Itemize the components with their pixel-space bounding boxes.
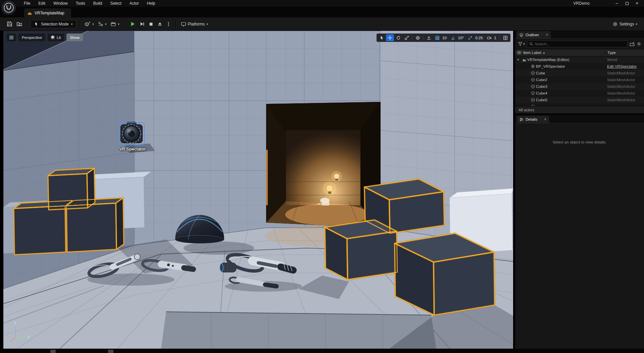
play-button[interactable] [128,20,138,28]
content-drawer-icon[interactable] [50,350,56,353]
camera-speed-value[interactable]: 1 [494,36,498,40]
tab-vrtemplatemap[interactable]: VRTemplateMap [24,8,71,17]
details-tab[interactable]: Details × [516,116,549,123]
stop-button[interactable] [147,20,155,28]
close-icon[interactable]: × [544,117,546,122]
menu-window[interactable]: Window [50,0,71,6]
world-space-toggle[interactable] [414,34,422,41]
outliner-title: Outliner [526,33,539,37]
outliner-filter-button[interactable]: ▾ [518,42,525,46]
select-arrow-icon [380,36,384,40]
rotate-tool-button[interactable] [394,34,402,41]
close-button[interactable]: × [632,0,642,7]
vr-spectator-gizmo[interactable] [119,122,144,145]
grid-snap-value[interactable]: 10 [442,36,449,40]
cinematics-button[interactable]: ▾ [108,20,121,28]
type-column[interactable]: Type [605,51,644,55]
surface-snap-icon [427,36,431,40]
grid-snap-toggle[interactable] [433,34,441,41]
cursor-icon [34,22,39,26]
outliner-row-cube3[interactable]: Cube3 StaticMeshActor [515,83,644,90]
outliner-tab[interactable]: Outliner × [516,31,551,39]
blueprints-button[interactable]: ▾ [96,20,109,28]
menu-edit[interactable]: Edit [35,0,49,6]
edit-vrspectator-link[interactable]: Edit VRSpectator [605,64,644,68]
platforms-label: Platforms [188,22,205,26]
menu-file[interactable]: File [20,0,34,6]
add-actor-button[interactable]: ▾ [83,20,96,28]
lit-label: Lit [57,36,61,40]
close-icon[interactable]: × [546,33,548,37]
rotation-snap-toggle[interactable] [449,34,457,41]
menu-build[interactable]: Build [90,0,106,6]
scale-snap-toggle[interactable] [466,34,474,41]
toolbar-separator [176,20,176,28]
static-mesh-icon [531,71,535,75]
maximize-button[interactable] [622,0,632,7]
search-input[interactable] [535,42,625,46]
move-tool-button[interactable] [386,34,394,41]
outliner-row-cube[interactable]: Cube StaticMeshActor [515,70,644,76]
select-tool-button[interactable] [378,34,386,41]
scale-tool-button[interactable] [403,34,411,41]
outliner-toolbar: ▾ [515,39,644,49]
menu-tools[interactable]: Tools [72,0,89,6]
expander-arrow-icon[interactable]: ▾ [515,58,521,61]
minimize-button[interactable]: – [612,0,622,7]
new-folder-button[interactable] [630,42,635,47]
chevron-down-icon: ▾ [636,22,637,26]
play-options-button[interactable] [164,20,172,28]
scale-snap-icon [468,36,473,40]
sliders-icon [519,117,524,122]
outliner-row-bp-vrspectator[interactable]: BP_VRSpectator Edit VRSpectator [515,63,644,70]
visibility-column[interactable] [515,50,523,55]
show-button[interactable]: Show [66,34,83,41]
axis-y-label: Y [28,336,30,339]
menu-actor[interactable]: Actor [126,0,143,6]
rotation-snap-value[interactable]: 10° [457,36,466,40]
tab-label: VRTemplateMap [35,11,64,15]
perspective-button[interactable]: Perspective [18,34,45,41]
outliner-searchbox[interactable] [527,41,628,47]
doorway[interactable] [266,102,381,228]
row-label: VRTemplateMap (Editor) [527,58,605,62]
surface-snap-toggle[interactable] [425,34,433,41]
outliner-row-cube5[interactable]: Cube5 StaticMeshActor [515,97,644,103]
outliner-row-partial[interactable] [515,103,644,106]
viewport-controls-left: Perspective Lit Show [7,34,83,41]
viewport-options-button[interactable] [7,34,16,41]
output-log-icon[interactable] [108,350,113,353]
row-label: Cube2 [536,78,605,82]
lit-mode-button[interactable]: Lit [48,34,64,41]
row-label: Cube4 [536,91,605,95]
outliner-row-cube2[interactable]: Cube2 StaticMeshActor [515,76,644,83]
static-mesh-icon [531,91,535,95]
frame-skip-button[interactable] [138,20,147,28]
menu-bar: File Edit Window Tools Build Select Acto… [20,0,159,6]
kebab-menu-icon [166,21,170,26]
scale-snap-value[interactable]: 0.25 [475,36,485,40]
menu-help[interactable]: Help [143,0,159,6]
outliner-row-world[interactable]: ▾ VRTemplateMap (Editor) World [515,56,644,63]
details-panel: Details × Select an object to view detai… [515,115,644,349]
outliner-rows: ▾ VRTemplateMap (Editor) World BP_VRSpec… [515,56,644,106]
content-browser-button[interactable] [14,20,24,28]
right-panel: Outliner × ▾ [515,31,644,349]
row-label: BP_VRSpectator [536,64,605,68]
save-button[interactable] [5,20,14,28]
menu-select[interactable]: Select [106,0,125,6]
camera-speed-button[interactable] [485,34,493,41]
outliner-settings-button[interactable] [637,42,641,46]
settings-dropdown[interactable]: Settings ▾ [610,20,639,28]
selection-mode-dropdown[interactable]: Selection Mode ▾ [31,20,76,28]
static-mesh-icon [531,105,535,106]
globe-icon [415,36,420,40]
platforms-dropdown[interactable]: Platforms ▾ [179,20,210,28]
maximize-viewport-button[interactable] [501,34,509,41]
viewport[interactable]: Z Y Perspective Lit Show [3,31,513,349]
viewport-canvas[interactable]: Z Y [3,31,513,349]
outliner-row-cube4[interactable]: Cube4 StaticMeshActor [515,90,644,97]
eject-button[interactable] [155,20,164,28]
item-label-column[interactable]: Item Label ▲ [523,51,605,55]
unreal-logo[interactable] [1,0,16,15]
